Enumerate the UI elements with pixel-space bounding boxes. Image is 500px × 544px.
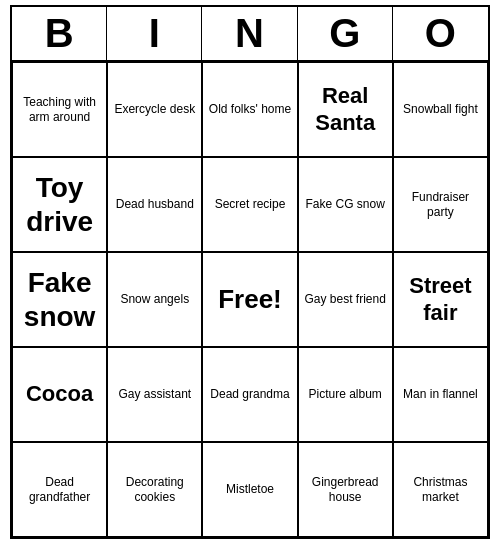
bingo-cell: Fake snow — [12, 252, 107, 347]
header-letter: I — [107, 7, 202, 60]
header-letter: G — [298, 7, 393, 60]
bingo-cell: Gay assistant — [107, 347, 202, 442]
bingo-header: BINGO — [12, 7, 488, 62]
bingo-cell: Dead husband — [107, 157, 202, 252]
bingo-cell: Real Santa — [298, 62, 393, 157]
bingo-cell: Toy drive — [12, 157, 107, 252]
bingo-cell: Gingerbread house — [298, 442, 393, 537]
bingo-cell: Mistletoe — [202, 442, 297, 537]
bingo-cell: Exercycle desk — [107, 62, 202, 157]
bingo-cell: Snowball fight — [393, 62, 488, 157]
header-letter: N — [202, 7, 297, 60]
header-letter: O — [393, 7, 488, 60]
bingo-cell: Picture album — [298, 347, 393, 442]
bingo-cell: Cocoa — [12, 347, 107, 442]
bingo-cell: Secret recipe — [202, 157, 297, 252]
bingo-cell: Old folks' home — [202, 62, 297, 157]
header-letter: B — [12, 7, 107, 60]
bingo-card: BINGO Teaching with arm aroundExercycle … — [10, 5, 490, 539]
bingo-cell: Dead grandma — [202, 347, 297, 442]
bingo-cell: Christmas market — [393, 442, 488, 537]
bingo-cell: Decorating cookies — [107, 442, 202, 537]
bingo-cell: Man in flannel — [393, 347, 488, 442]
bingo-cell: Free! — [202, 252, 297, 347]
bingo-grid: Teaching with arm aroundExercycle deskOl… — [12, 62, 488, 537]
bingo-cell: Fake CG snow — [298, 157, 393, 252]
bingo-cell: Street fair — [393, 252, 488, 347]
bingo-cell: Fundraiser party — [393, 157, 488, 252]
bingo-cell: Snow angels — [107, 252, 202, 347]
bingo-cell: Gay best friend — [298, 252, 393, 347]
bingo-cell: Teaching with arm around — [12, 62, 107, 157]
bingo-cell: Dead grandfather — [12, 442, 107, 537]
